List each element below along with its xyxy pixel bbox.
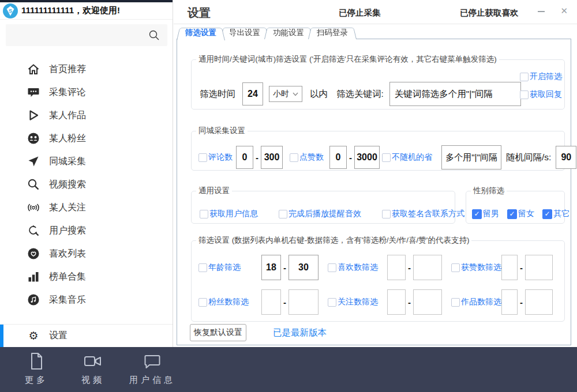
follow-count-filter-label[interactable]: 关注数筛选: [338, 297, 378, 307]
signature-contact-checkbox[interactable]: [382, 210, 391, 218]
like-count-label[interactable]: 点赞数: [299, 152, 324, 163]
sidebar-item-like-list[interactable]: 喜欢列表: [0, 242, 173, 265]
get-user-info-label[interactable]: 获取用户信息: [209, 209, 258, 219]
follow-count-filter-checkbox[interactable]: [328, 298, 336, 307]
works-count-max-input[interactable]: [525, 289, 553, 315]
age-filter-label[interactable]: 年龄筛选: [208, 262, 241, 273]
like-count-max-input[interactable]: [413, 255, 442, 280]
sidebar-item-home[interactable]: 首页推荐: [0, 58, 173, 81]
fixed-province-checkbox[interactable]: [382, 153, 391, 162]
sidebar-item-user-search[interactable]: 用户搜索: [0, 219, 173, 242]
fans-count-filter-label[interactable]: 粉丝数筛选: [208, 297, 249, 307]
welcome-text: 111111111111，欢迎使用!: [21, 5, 120, 16]
version-status-link[interactable]: 已是最新版本: [273, 327, 327, 339]
play-sound-checkbox[interactable]: [279, 210, 287, 218]
like-count-checkbox[interactable]: [290, 153, 298, 162]
fieldset-legend: 通用时间/关键词(城市)筛选设置 ('开启筛选'只在采集评论有效，其它右键菜单触…: [196, 54, 499, 65]
like-max-input[interactable]: [354, 146, 380, 169]
age-max-input[interactable]: [288, 255, 319, 280]
praise-count-filter-checkbox[interactable]: [451, 263, 460, 272]
random-interval-input[interactable]: [556, 146, 576, 169]
search-input[interactable]: [10, 27, 143, 44]
works-count-filter-checkbox[interactable]: [451, 298, 460, 307]
filter-keyword-input[interactable]: [389, 82, 521, 106]
tab-qr-login[interactable]: 扫码登录: [308, 26, 357, 39]
praise-count-max-input[interactable]: [525, 255, 553, 280]
sidebar-item-label: 设置: [49, 330, 68, 342]
praise-count-filter-label[interactable]: 获赞数筛选: [461, 262, 501, 273]
tab-filter-settings[interactable]: 筛选设置: [177, 26, 225, 39]
province-list-input[interactable]: [441, 145, 501, 169]
music-icon: [27, 293, 40, 306]
keep-male-label[interactable]: 留男: [483, 209, 499, 219]
filter-time-input[interactable]: [242, 82, 263, 105]
search-icon[interactable]: [148, 29, 160, 42]
sidebar-item-comments[interactable]: 采集评论: [0, 81, 173, 104]
sidebar-item-city-collect[interactable]: 同城采集: [0, 150, 173, 173]
keep-other-label[interactable]: 其它: [553, 209, 569, 219]
fans-count-min-input[interactable]: [261, 289, 281, 315]
sidebar-item-music-collect[interactable]: 采集音乐: [0, 288, 173, 311]
bottom-item-video[interactable]: 视频: [73, 352, 113, 386]
sidebar-item-user-works[interactable]: 某人作品: [0, 104, 173, 127]
fixed-province-label[interactable]: 不随机的省: [392, 152, 432, 163]
fans-count-max-input[interactable]: [288, 289, 319, 315]
keep-female-checkbox[interactable]: [507, 209, 517, 219]
sidebar-item-settings[interactable]: ⚙ 设置: [0, 324, 173, 347]
sidebar-header: S 111111111111，欢迎使用!: [0, 2, 173, 20]
works-count-filter-label[interactable]: 作品数筛选: [461, 297, 501, 307]
follow-count-max-input[interactable]: [413, 289, 442, 315]
random-interval-label: 随机间隔/s:: [506, 152, 551, 164]
city-collect-fieldset: 同城采集设置 评论数 - 点赞数 - 不随机的省 随机间隔/s:: [191, 126, 565, 171]
range-dash: -: [283, 297, 286, 307]
close-button[interactable]: ✕: [560, 6, 568, 16]
like-count-filter-checkbox[interactable]: [328, 263, 336, 272]
svg-text:S: S: [9, 7, 12, 13]
enable-filter-checkbox[interactable]: [520, 73, 529, 81]
comment-min-input[interactable]: [236, 146, 253, 169]
sidebar-item-ranking[interactable]: 榜单合集: [0, 265, 173, 288]
get-reply-label[interactable]: 获取回复: [530, 89, 562, 100]
gender-filter-fieldset: 性别筛选 留男 留女 其它: [466, 186, 565, 224]
works-count-min-input[interactable]: [501, 289, 518, 315]
sidebar-item-user-fans[interactable]: 某人粉丝: [0, 127, 173, 150]
praise-count-min-input[interactable]: [501, 255, 518, 280]
active-indicator-bar: [0, 325, 3, 347]
chat-bubble-icon: [143, 352, 162, 371]
like-min-input[interactable]: [329, 146, 347, 169]
range-dash: -: [256, 153, 258, 163]
minimize-button[interactable]: [538, 11, 545, 12]
get-reply-checkbox[interactable]: [520, 91, 529, 99]
fans-count-filter-checkbox[interactable]: [198, 298, 207, 307]
reset-defaults-button[interactable]: 恢复默认设置: [190, 324, 246, 341]
sidebar-item-user-follow[interactable]: 某人关注: [0, 196, 173, 219]
time-unit-select[interactable]: 小时: [269, 86, 302, 102]
file-icon: [27, 352, 46, 371]
keep-male-checkbox[interactable]: [472, 209, 482, 219]
sidebar: S 111111111111，欢迎使用! 首页推荐 采集评论 某人作品: [0, 0, 173, 347]
sidebar-search-box[interactable]: [6, 24, 167, 46]
age-min-input[interactable]: [261, 255, 281, 280]
bottom-item-user-info[interactable]: 用户信息: [122, 352, 182, 386]
signature-contact-label[interactable]: 获取签名含联系方式: [392, 209, 464, 219]
tab-export-settings[interactable]: 导出设置: [220, 26, 269, 39]
comment-count-checkbox[interactable]: [198, 153, 207, 162]
user-search-icon: [27, 224, 40, 237]
age-filter-checkbox[interactable]: [198, 263, 207, 272]
like-count-min-input[interactable]: [387, 255, 406, 280]
like-count-filter-label[interactable]: 喜欢数筛选: [338, 262, 378, 273]
sidebar-menu: 首页推荐 采集评论 某人作品 某人粉丝 同城采集 视频搜索: [0, 58, 173, 311]
keep-other-checkbox[interactable]: [542, 209, 552, 219]
keep-female-label[interactable]: 留女: [518, 209, 534, 219]
tab-function-settings[interactable]: 功能设置: [264, 26, 313, 39]
comment-max-input[interactable]: [261, 146, 283, 169]
fieldset-legend: 通用设置: [196, 186, 232, 196]
bottom-item-more[interactable]: 更多: [17, 352, 55, 386]
sidebar-item-video-search[interactable]: 视频搜索: [0, 173, 173, 196]
get-user-info-checkbox[interactable]: [200, 210, 208, 218]
follow-count-min-input[interactable]: [387, 289, 406, 315]
enable-filter-label[interactable]: 开启筛选: [530, 71, 562, 82]
play-sound-label[interactable]: 完成后播放提醒音效: [288, 209, 361, 219]
range-dash: -: [349, 153, 352, 163]
comment-count-label[interactable]: 评论数: [208, 152, 233, 163]
